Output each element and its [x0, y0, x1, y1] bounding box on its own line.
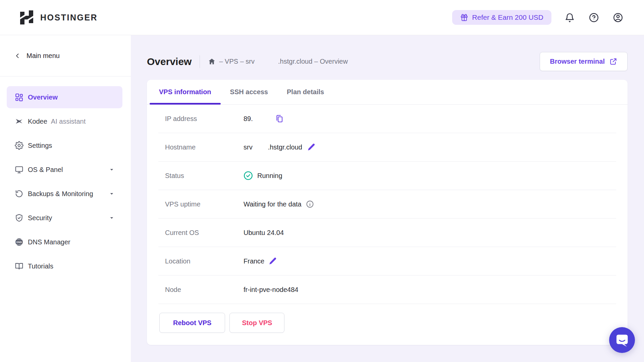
sidebar-item-kodee[interactable]: Kodee AI assistant [7, 110, 122, 132]
back-label: Main menu [26, 52, 60, 60]
sidebar-item-backups-monitoring[interactable]: Backups & Monitoring [7, 183, 122, 205]
monitor-icon [15, 165, 23, 174]
pencil-icon [307, 143, 316, 152]
ip-address-value: 89. [244, 115, 253, 123]
tab-vps-information[interactable]: VPS information [150, 80, 221, 104]
browser-terminal-button[interactable]: Browser terminal [540, 52, 628, 71]
intercom-chat-button[interactable] [609, 327, 635, 353]
vps-information-table: IP address 89. [147, 105, 628, 304]
hostname-suffix: .hstgr.cloud [268, 143, 302, 151]
shield-check-icon [15, 214, 23, 222]
refer-earn-button[interactable]: Refer & Earn 200 USD [452, 10, 551, 25]
row-label: Status [165, 172, 244, 180]
table-row-hostname: Hostname srv .hstgr.cloud [158, 133, 616, 162]
hostinger-h-mark [20, 10, 34, 25]
row-label: Hostname [165, 143, 244, 151]
back-to-main-menu[interactable]: Main menu [0, 35, 131, 76]
profile-button[interactable] [612, 11, 624, 23]
row-label: Current OS [165, 229, 244, 237]
status-badge: Running [257, 172, 282, 180]
svg-text:DNS: DNS [16, 241, 22, 244]
table-row-vps-uptime: VPS uptime Waiting for the data [158, 190, 616, 219]
table-row-status: Status Running [158, 162, 616, 190]
breadcrumb-text-1: – VPS – srv [219, 58, 255, 65]
sidebar-item-label: DNS Manager [28, 238, 70, 246]
help-icon [589, 12, 599, 23]
breadcrumb: – VPS – srv .hstgr.cloud – Overview [208, 58, 347, 65]
dns-globe-icon: DNS [15, 238, 23, 246]
header-divider [200, 55, 200, 68]
current-os-value: Ubuntu 24.04 [244, 229, 284, 237]
tab-bar: VPS information SSH access Plan details [147, 80, 628, 105]
home-icon[interactable] [208, 58, 216, 65]
sidebar-item-label: Backups & Monitoring [28, 190, 93, 198]
sidebar-item-label: Tutorials [28, 262, 53, 270]
info-icon[interactable] [306, 200, 314, 208]
restore-icon [15, 189, 23, 198]
hostinger-hpanel: HOSTINGER Refer & Earn 200 USD [0, 0, 644, 362]
sidebar-item-label: Overview [28, 94, 58, 101]
vps-actions: Reboot VPS Stop VPS [147, 304, 628, 345]
copy-ip-button[interactable] [275, 114, 284, 123]
table-row-node: Node fr-int-pve-node484 [158, 276, 616, 304]
refer-earn-label: Refer & Earn 200 USD [472, 13, 543, 21]
stop-vps-button[interactable]: Stop VPS [229, 313, 284, 333]
table-row-location: Location France [158, 247, 616, 276]
caret-down-icon [109, 191, 114, 196]
sidebar-item-label: OS & Panel [28, 166, 63, 174]
profile-icon [613, 12, 623, 23]
table-row-ip-address: IP address 89. [158, 105, 616, 133]
browser-terminal-label: Browser terminal [550, 58, 605, 65]
edit-hostname-button[interactable] [307, 143, 316, 152]
location-value: France [244, 257, 264, 265]
table-row-current-os: Current OS Ubuntu 24.04 [158, 219, 616, 247]
tab-ssh-access[interactable]: SSH access [221, 80, 277, 104]
edit-location-button[interactable] [268, 257, 277, 265]
sidebar: Main menu Overview [0, 35, 131, 362]
row-label: VPS uptime [165, 200, 244, 208]
check-circle-icon [244, 171, 253, 180]
breadcrumb-text-2: .hstgr.cloud – Overview [278, 58, 348, 65]
chevron-left-icon [15, 53, 20, 59]
dashboard-icon [15, 93, 23, 102]
kodee-sparkle-icon [15, 117, 23, 126]
kodee-sublabel: AI assistant [51, 118, 86, 125]
sidebar-item-label: Security [28, 214, 52, 222]
uptime-value: Waiting for the data [244, 200, 302, 208]
chat-bubble-icon [609, 327, 635, 353]
help-button[interactable] [588, 11, 600, 23]
row-label: Location [165, 257, 244, 265]
top-bar: HOSTINGER Refer & Earn 200 USD [0, 0, 644, 35]
bell-icon [565, 12, 575, 23]
page-header: Overview – VPS – srv .hstgr.cloud – Over… [147, 52, 628, 71]
reboot-vps-button[interactable]: Reboot VPS [159, 313, 225, 333]
sidebar-menu: Overview Kodee AI assistant [0, 76, 131, 277]
brand-name: HOSTINGER [40, 13, 98, 22]
main-content: Overview – VPS – srv .hstgr.cloud – Over… [131, 35, 644, 362]
vps-overview-card: VPS information SSH access Plan details … [147, 80, 628, 345]
caret-down-icon [109, 215, 114, 221]
node-value: fr-int-pve-node484 [244, 286, 298, 294]
hostname-prefix: srv [244, 143, 253, 151]
tab-plan-details[interactable]: Plan details [277, 80, 333, 104]
book-icon [15, 262, 23, 270]
notifications-button[interactable] [564, 11, 576, 23]
page-title: Overview [147, 56, 192, 67]
sidebar-item-os-panel[interactable]: OS & Panel [7, 159, 122, 181]
sidebar-item-dns-manager[interactable]: DNS DNS Manager [7, 231, 122, 253]
sidebar-item-tutorials[interactable]: Tutorials [7, 255, 122, 277]
caret-down-icon [109, 167, 114, 172]
sidebar-item-label: Settings [28, 142, 52, 149]
external-link-icon [609, 58, 617, 65]
sidebar-item-overview[interactable]: Overview [7, 86, 122, 108]
row-label: Node [165, 286, 244, 294]
sidebar-item-security[interactable]: Security [7, 207, 122, 229]
copy-icon [275, 114, 284, 123]
row-label: IP address [165, 115, 244, 123]
pencil-icon [268, 257, 277, 265]
hostinger-logo[interactable]: HOSTINGER [20, 10, 98, 25]
gear-icon [15, 141, 23, 150]
sidebar-item-label: Kodee [28, 118, 47, 125]
sidebar-item-settings[interactable]: Settings [7, 134, 122, 157]
top-bar-actions: Refer & Earn 200 USD [452, 10, 624, 25]
